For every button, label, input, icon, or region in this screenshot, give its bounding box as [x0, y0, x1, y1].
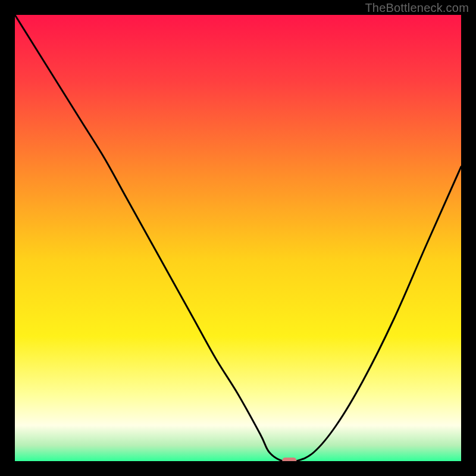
plot-area	[15, 15, 461, 461]
chart-svg	[15, 15, 461, 461]
chart-stage: TheBottleneck.com	[0, 0, 476, 476]
watermark-text: TheBottleneck.com	[365, 1, 469, 15]
optimal-marker	[282, 458, 296, 461]
